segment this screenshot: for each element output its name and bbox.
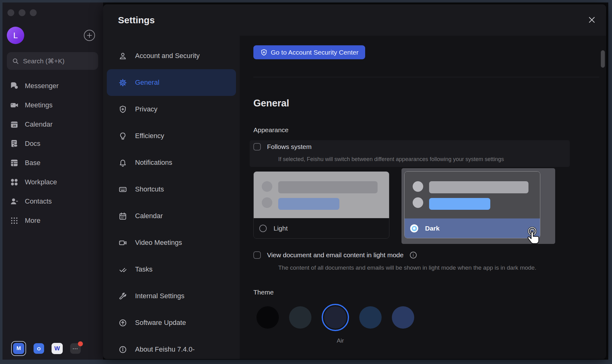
theme-swatch-5[interactable] [392,306,414,329]
bell-icon [119,159,127,167]
section-title: General [253,98,289,109]
info-circle-icon [119,345,127,354]
close-window-button[interactable] [7,9,14,16]
dark-radio[interactable] [410,224,418,232]
more-grid-icon [10,216,19,225]
settings-nav-privacy[interactable]: Privacy [103,96,240,123]
app-window: L Search (⌘+K) Messenger Meetings 16 Cal… [0,0,612,364]
minimize-window-button[interactable] [19,9,25,16]
section-divider [253,77,599,77]
hand-cursor [524,227,546,258]
settings-nav-calendar[interactable]: Calendar [103,203,240,229]
settings-nav-shortcuts[interactable]: Shortcuts [103,176,240,203]
theme-swatches [256,304,414,331]
close-button[interactable] [586,14,597,25]
dark-mode-strip: Dark [405,218,540,238]
light-mode-strip: Light [254,218,389,239]
dock-app-w[interactable]: W [52,343,63,354]
settings-nav-account-security[interactable]: Account and Security [103,43,240,69]
add-button[interactable] [84,30,95,41]
light-mode-doc-row: View document and email content in light… [253,251,417,259]
theme-swatch-selected-ring [322,304,349,331]
sidebar-item-workplace[interactable]: Workplace [7,173,99,192]
preview-avatar [413,197,423,208]
wrench-icon [119,292,127,300]
dark-mode-card[interactable]: Dark [404,171,540,238]
theme-swatch-1[interactable] [256,306,279,329]
video-camera-icon [119,239,127,247]
search-input[interactable]: Search (⌘+K) [7,52,98,70]
sidebar-item-label: Meetings [25,101,52,109]
settings-nav-video-meetings[interactable]: Video Meetings [103,229,240,256]
settings-nav-label: About Feishu 7.4.0- [135,345,195,353]
settings-nav-internal-settings[interactable]: Internal Settings [103,283,240,309]
gear-icon [119,79,127,87]
calendar-icon: 16 [10,120,19,129]
app-dock: M O W ··· [11,341,81,356]
dark-mode-preview [405,172,540,218]
theme-swatch-2[interactable] [289,306,311,329]
sidebar-item-base[interactable]: Base [7,153,99,173]
settings-nav-general[interactable]: General [107,69,236,96]
theme-swatch-4[interactable] [359,306,382,329]
dock-app-m-icon: M [13,343,24,354]
plus-icon [86,32,93,38]
settings-nav-efficiency[interactable]: Efficiency [103,123,240,149]
sidebar-menu: Messenger Meetings 16 Calendar Docs Base… [7,76,99,230]
sidebar-item-meetings[interactable]: Meetings [7,96,99,115]
shield-plus-icon [260,49,268,56]
scrollbar-thumb[interactable] [601,50,605,68]
settings-nav-tasks[interactable]: Tasks [103,256,240,283]
sidebar-item-contacts[interactable]: Contacts [7,192,99,211]
shield-plus-icon [119,105,127,114]
preview-avatar [413,181,423,192]
dock-more-button[interactable]: ··· [70,343,81,354]
settings-nav-label: Notifications [135,159,172,167]
light-mode-doc-checkbox[interactable] [253,251,261,259]
settings-nav: Account and Security General Privacy Eff… [103,36,240,359]
settings-header [103,4,606,36]
dock-app-m[interactable]: M [11,341,26,356]
settings-nav-label: Privacy [135,105,157,113]
settings-title: Settings [118,15,155,25]
light-mode-doc-label: View document and email content in light… [267,251,404,259]
double-check-icon [119,265,127,274]
svg-text:16: 16 [12,124,16,127]
close-icon [587,15,596,25]
preview-message-bar [278,181,378,193]
settings-nav-software-update[interactable]: Software Update [103,309,240,336]
sidebar-item-docs[interactable]: Docs [7,134,99,153]
notification-badge [78,341,83,346]
sidebar-item-label: Docs [25,140,40,148]
sidebar-item-messenger[interactable]: Messenger [7,76,99,96]
contacts-icon [10,197,19,206]
settings-nav-label: Calendar [135,212,163,220]
dock-more-dots: ··· [73,346,78,351]
preview-message-bar-blue [429,198,490,210]
sidebar-item-label: Contacts [25,197,52,205]
settings-nav-notifications[interactable]: Notifications [103,149,240,176]
follows-system-checkbox[interactable] [253,143,261,151]
sidebar-item-label: Workplace [25,178,57,186]
preview-avatar [262,197,272,208]
settings-nav-about[interactable]: About Feishu 7.4.0- [103,336,240,359]
follows-system-row: Follows system [253,143,312,151]
account-security-center-button[interactable]: Go to Account Security Center [253,45,365,59]
avatar[interactable]: L [7,27,24,44]
zoom-window-button[interactable] [30,9,37,16]
info-circle-icon[interactable]: i [410,252,417,258]
light-mode-doc-description: The content of all documents and emails … [278,264,536,271]
follows-system-label: Follows system [267,143,312,151]
light-mode-label: Light [274,225,288,232]
light-mode-card[interactable]: Light [253,171,389,239]
sidebar-item-more[interactable]: More [7,211,99,230]
theme-swatch-3-air[interactable] [324,306,347,329]
settings-nav-label: Video Meetings [135,239,182,247]
follows-system-description: If selected, Feishu will switch between … [278,156,504,163]
sidebar-item-calendar[interactable]: 16 Calendar [7,115,99,134]
dock-app-o[interactable]: O [34,343,44,354]
messenger-icon [10,82,19,90]
workplace-icon [10,178,19,186]
light-radio[interactable] [259,225,267,232]
preview-message-bar-blue [278,198,339,210]
